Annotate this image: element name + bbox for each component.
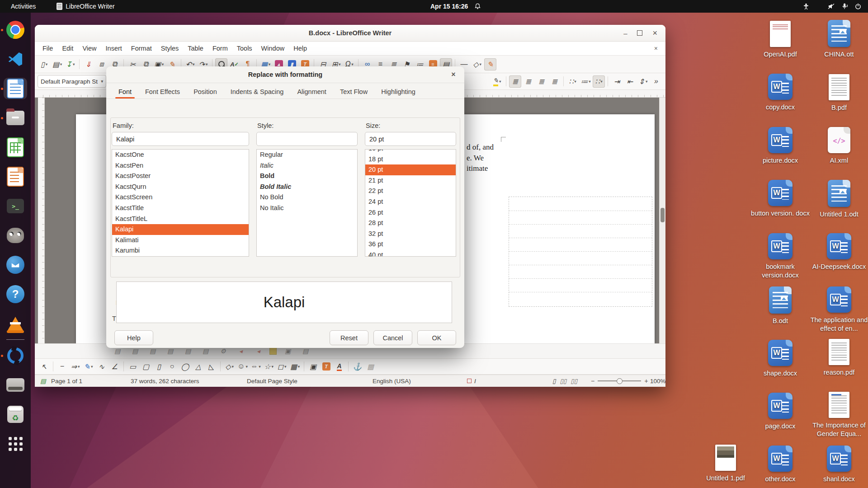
desktop-icon[interactable]: AI-Deepseek.docx [809,233,868,271]
activities-button[interactable]: Activities [11,3,36,10]
outline-list-button[interactable]: ∷▾ [593,75,605,88]
dock-item-gimp[interactable] [4,225,27,246]
clock-menu[interactable]: Apr 15 16:26 [430,3,481,10]
family-list-item[interactable]: KacstTitle [112,203,249,214]
dock-item-vscode[interactable] [4,48,27,70]
family-list-item[interactable]: KacstPoster [112,171,249,182]
desktop-icon[interactable]: B.pdf [809,74,868,112]
triangle-button[interactable]: △ [192,361,204,373]
close-button[interactable]: × [652,29,657,37]
insert-frame-button[interactable]: ▣ [307,361,319,373]
size-list-item[interactable]: 16 pt [365,149,456,154]
desktop-icon[interactable]: reason.pdf [809,339,868,377]
style-input[interactable] [256,132,358,146]
rectangle-button[interactable]: ▭ [127,361,139,373]
zoom-out-button[interactable]: − [591,377,594,385]
bullet-list-button[interactable]: ∷▾ [566,75,579,88]
dialog-titlebar[interactable]: Replace with formatting × [106,66,464,83]
menu-insert[interactable]: Insert [102,43,126,53]
book-view-button[interactable]: ▯▯ [571,377,577,385]
close-document-button[interactable]: × [650,43,662,53]
size-input[interactable] [365,132,456,146]
desktop-icon[interactable]: other.docx [750,446,810,483]
menu-file[interactable]: File [38,43,57,53]
family-list-item-selected[interactable]: Kalapi [112,224,249,235]
single-page-view-button[interactable]: ▯ [552,377,556,385]
size-list-item[interactable]: 22 pt [365,186,456,197]
dialog-close-button[interactable]: × [449,70,458,79]
insert-line-button[interactable]: − [56,361,68,373]
lines-arrows-button[interactable]: ⇒▾ [69,361,81,373]
style-list-item[interactable]: Bold [257,171,357,182]
vertical-scrollbar[interactable] [659,98,665,343]
tab-text-flow[interactable]: Text Flow [334,84,373,99]
fontwork-button[interactable]: T [320,361,332,373]
dock-item-impress[interactable] [4,166,27,188]
desktop-icon[interactable]: page.docx [750,393,810,431]
highlight-color-button[interactable]: ✎▾ [491,75,503,88]
numbered-list-button[interactable]: ≔▾ [580,75,592,88]
dock-item-trash[interactable]: ♻ [4,404,27,425]
callouts-button[interactable]: ◻▾ [276,361,288,373]
family-input[interactable] [112,132,249,146]
scrollbar-thumb[interactable] [660,208,665,222]
export-pdf-button[interactable]: ⇓ [82,58,94,70]
tab-position[interactable]: Position [188,84,223,99]
dock-item-removable-drive[interactable] [4,374,27,396]
line-spacing-button[interactable]: ⇕▾ [637,75,649,88]
size-list-item[interactable]: 21 pt [365,175,456,186]
stars-banners-button[interactable]: ☆▾ [263,361,275,373]
anchor-button[interactable]: ⚓ [351,361,363,373]
size-list-item[interactable]: 24 pt [365,197,456,207]
zoom-in-button[interactable]: + [644,377,648,385]
desktop-icon[interactable]: shanl.docx [809,446,868,483]
desktop-icon[interactable]: OpenAI.pdf [750,21,810,59]
vertical-ruler[interactable] [38,98,45,343]
family-list-item[interactable]: KacstQurn [112,182,249,192]
menu-edit[interactable]: Edit [58,43,77,53]
menu-form[interactable]: Form [208,43,232,53]
menu-help[interactable]: Help [289,43,311,53]
cancel-button[interactable]: Cancel [373,330,412,345]
align-left-button[interactable]: ≣ [509,75,521,88]
minimize-button[interactable]: – [623,30,627,37]
rounded-rectangle-button[interactable]: ▢ [140,361,152,373]
style-list-item[interactable]: Italic [257,160,357,171]
hidden-toolbar-icon[interactable] [269,347,277,355]
menu-table[interactable]: Table [184,43,208,53]
desktop-icon[interactable]: B.odt [750,286,810,325]
dock-item-thunderbird[interactable] [4,254,27,276]
system-status-area[interactable] [802,3,862,10]
desktop-icon[interactable]: The Importance of Gender Equa... [809,392,868,438]
square-button[interactable]: ▯ [153,361,165,373]
dock-item-app-grid[interactable] [4,433,27,455]
reset-button[interactable]: Reset [330,330,368,345]
family-list-item[interactable]: Karumbi [112,245,249,256]
tab-alignment[interactable]: Alignment [291,84,332,99]
save-button[interactable]: ↧▾ [64,58,76,70]
basic-shapes-button[interactable]: ◇▾ [471,58,483,70]
family-list-item[interactable]: KacstTitleL [112,214,249,225]
dock-item-terminal[interactable]: >_ [4,195,27,217]
page-count[interactable]: Page 1 of 1 [51,375,82,387]
size-list-item[interactable]: 36 pt [365,239,456,250]
zoom-slider[interactable] [598,380,641,381]
style-list-item[interactable]: Bold Italic [257,182,357,192]
desktop-icon[interactable]: The application and effect of en... [809,286,868,333]
right-triangle-button[interactable]: ◺ [205,361,217,373]
select-tool-button[interactable]: ↖ [38,361,50,373]
desktop-icon[interactable]: Untitled 1.pdf [696,445,755,483]
menu-format[interactable]: Format [127,43,156,53]
style-list-item[interactable]: Regular [257,150,357,160]
family-list-item[interactable]: KacstOne [112,150,249,160]
window-titlebar[interactable]: B.docx - LibreOffice Writer – × [35,25,665,42]
dock-item-sync-app[interactable] [4,345,27,366]
dock-item-files[interactable] [4,107,27,129]
style-list[interactable]: Regular Italic Bold Bold Italic No Bold … [256,149,358,257]
page-style[interactable]: Default Page Style [247,375,297,387]
tab-font[interactable]: Font [113,84,137,99]
basic-shapes-button[interactable]: ◇▾ [223,361,236,373]
tab-indents-spacing[interactable]: Indents & Spacing [225,84,290,99]
align-right-button[interactable]: ≣ [535,75,547,88]
increase-indent-button[interactable]: ⇥ [611,75,623,88]
